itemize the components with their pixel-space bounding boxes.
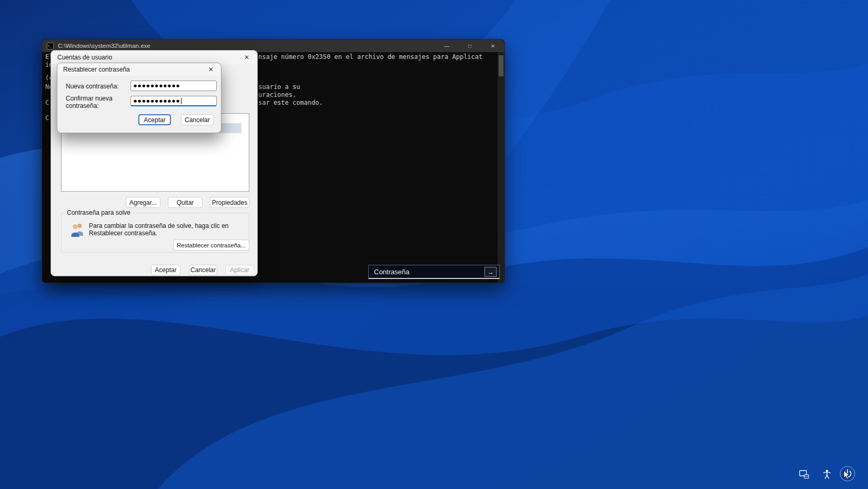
cancel-button[interactable]: Cancelar — [181, 114, 214, 125]
accessibility-button[interactable] — [818, 466, 836, 482]
console-text: uraciones. — [258, 91, 296, 99]
cmd-window-title: C:\Windows\system32\utilman.exe — [58, 43, 150, 49]
windows-login-screen: C:\Windows\system32\utilman.exe — □ ✕ El… — [0, 0, 868, 489]
close-button[interactable]: ✕ — [204, 63, 218, 76]
close-icon: ✕ — [208, 66, 214, 73]
console-scrollbar[interactable] — [498, 52, 504, 283]
text-caret — [181, 98, 181, 104]
network-button[interactable] — [795, 466, 813, 482]
minimize-icon: — — [444, 43, 449, 49]
window-controls: — □ ✕ — [435, 39, 504, 52]
maximize-icon: □ — [468, 43, 471, 49]
mouse-cursor — [843, 470, 852, 481]
reset-password-button[interactable]: Restablecer contraseña... — [173, 239, 249, 251]
maximize-button[interactable]: □ — [458, 39, 481, 52]
scrollbar-thumb[interactable] — [499, 55, 503, 76]
network-icon — [799, 470, 809, 479]
password-placeholder: Contraseña — [374, 268, 409, 276]
close-button[interactable]: ✕ — [481, 39, 504, 52]
ok-button[interactable]: Aceptar — [151, 265, 180, 275]
console-text: sar este comando. — [258, 99, 323, 107]
reset-password-titlebar[interactable]: Restablecer contraseña ✕ — [57, 63, 221, 76]
properties-button[interactable]: Propiedades — [210, 197, 249, 208]
users-icon — [70, 222, 85, 237]
submit-password-button[interactable]: → — [485, 267, 497, 277]
close-icon: ✕ — [491, 43, 495, 49]
add-user-button[interactable]: Agregar... — [126, 197, 160, 208]
close-icon: ✕ — [244, 54, 249, 61]
ok-button[interactable]: Aceptar — [138, 114, 171, 125]
password-dots: ●●●●●●●●●●● — [134, 84, 180, 88]
cancel-button[interactable]: Cancelar — [189, 265, 217, 275]
password-group-title: Contraseña para solve — [65, 209, 133, 216]
apply-button[interactable]: Aplicar — [225, 265, 254, 275]
new-password-label: Nueva contraseña: — [66, 83, 119, 90]
password-group-description: Para cambiar la contraseña de solve, hag… — [89, 222, 245, 237]
confirm-password-label: Confirmar nueva contraseña: — [66, 95, 126, 109]
new-password-input[interactable]: ●●●●●●●●●●● — [130, 81, 217, 91]
console-text: suario a su — [258, 83, 300, 91]
reset-password-dialog: Restablecer contraseña ✕ Nueva contraseñ… — [57, 63, 221, 133]
confirm-password-input[interactable]: ●●●●●●●●●●● — [130, 96, 217, 106]
password-login-field[interactable]: Contraseña → — [368, 265, 500, 279]
accessibility-icon — [823, 470, 831, 479]
remove-user-button[interactable]: Quitar — [168, 197, 203, 208]
minimize-button[interactable]: — — [435, 39, 458, 52]
password-dots: ●●●●●●●●●●● — [134, 99, 180, 103]
dialog-title: Restablecer contraseña — [63, 63, 130, 76]
console-text: nsaje número 0x2350 en el archivo de men… — [258, 53, 482, 61]
close-button[interactable]: ✕ — [239, 51, 255, 64]
arrow-right-icon: → — [488, 269, 494, 275]
cmd-icon — [47, 43, 54, 49]
